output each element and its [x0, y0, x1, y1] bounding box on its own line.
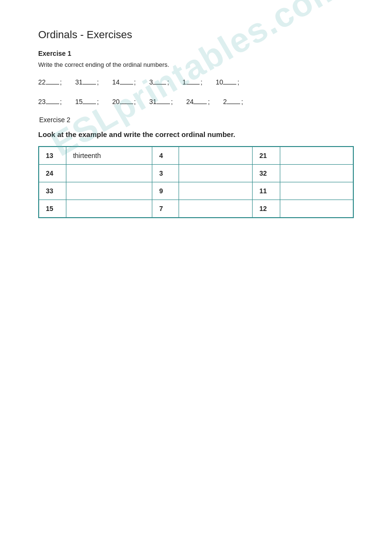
- num-cell: 24: [39, 165, 66, 182]
- ordinal-number: 31: [75, 78, 83, 86]
- answer-cell[interactable]: [66, 200, 152, 218]
- ordinal-blank[interactable]: [193, 96, 207, 104]
- ordinal-item: 31;: [75, 77, 98, 86]
- ordinal-blank[interactable]: [120, 77, 133, 84]
- ordinal-item: 20;: [112, 96, 136, 105]
- ordinal-number: 10: [216, 78, 223, 86]
- num-cell: 13: [39, 147, 66, 165]
- ordinal-blank[interactable]: [120, 96, 133, 104]
- ordinal-number: 22: [38, 78, 46, 86]
- exercise1-label: Exercise 1: [38, 50, 354, 57]
- ordinal-item: 3;: [149, 77, 169, 86]
- num-cell: 7: [152, 200, 179, 218]
- num-cell: 33: [39, 182, 66, 200]
- num-cell: 9: [152, 182, 179, 200]
- ordinals-row-2: 23; 15; 20; 31; 24; 2;: [38, 96, 354, 105]
- answer-cell[interactable]: [66, 165, 152, 182]
- table-row: 13 thirteenth 4 21: [39, 147, 353, 165]
- answer-cell[interactable]: [179, 147, 253, 165]
- num-cell: 3: [152, 165, 179, 182]
- answer-cell[interactable]: [179, 200, 253, 218]
- num-cell: 15: [39, 200, 66, 218]
- ordinal-blank[interactable]: [186, 77, 200, 84]
- exercise2-label: Exercise 2: [38, 116, 354, 124]
- ordinal-item: 14;: [112, 77, 136, 86]
- ordinal-item: 24;: [186, 96, 210, 105]
- exercise1-instruction: Write the correct ending of the ordinal …: [38, 61, 354, 68]
- ordinal-item: 23;: [38, 96, 62, 105]
- answer-cell[interactable]: [280, 147, 353, 165]
- answer-cell[interactable]: [179, 182, 253, 200]
- ordinal-blank[interactable]: [227, 96, 240, 104]
- num-cell: 21: [253, 147, 280, 165]
- ordinal-blank[interactable]: [46, 77, 59, 84]
- table-row: 33 9 11: [39, 182, 353, 200]
- table-row: 15 7 12: [39, 200, 353, 218]
- ordinal-number: 2: [223, 98, 227, 105]
- ordinal-blank[interactable]: [83, 96, 96, 104]
- num-cell: 12: [253, 200, 280, 218]
- ordinal-number: 15: [75, 98, 83, 105]
- ordinal-blank[interactable]: [157, 96, 170, 104]
- ordinal-blank[interactable]: [153, 77, 166, 84]
- ordinal-number: 23: [38, 98, 46, 105]
- ordinal-number: 24: [186, 98, 194, 105]
- ordinal-item: 1;: [182, 77, 202, 86]
- page-title: Ordinals - Exercises: [38, 29, 354, 41]
- ordinal-blank[interactable]: [223, 77, 236, 84]
- num-cell: 4: [152, 147, 179, 165]
- answer-cell[interactable]: [280, 200, 353, 218]
- answer-cell[interactable]: [66, 182, 152, 200]
- ordinal-item: 22;: [38, 77, 62, 86]
- ordinal-number: 14: [112, 78, 120, 86]
- num-cell: 11: [253, 182, 280, 200]
- ordinals-table: 13 thirteenth 4 21 24 3 32 33 9: [38, 146, 354, 218]
- ordinal-number: 3: [149, 78, 153, 86]
- ordinal-number: 1: [182, 78, 186, 86]
- ordinals-row-1: 22; 31; 14; 3; 1; 10;: [38, 77, 354, 86]
- ordinal-item: 15;: [75, 96, 98, 105]
- ordinal-item: 10;: [216, 77, 239, 86]
- table-row: 24 3 32: [39, 165, 353, 182]
- ordinal-number: 20: [112, 98, 120, 105]
- ordinal-item: 2;: [223, 96, 243, 105]
- answer-cell[interactable]: [179, 165, 253, 182]
- ordinal-item: 31;: [149, 96, 172, 105]
- ordinal-blank[interactable]: [83, 77, 96, 84]
- exercise2-instruction: Look at the example and write the correc…: [38, 130, 354, 138]
- ordinal-number: 31: [149, 98, 157, 105]
- answer-cell[interactable]: [280, 182, 353, 200]
- ordinal-blank[interactable]: [46, 96, 59, 104]
- word-cell: thirteenth: [66, 147, 152, 165]
- answer-cell[interactable]: [280, 165, 353, 182]
- num-cell: 32: [253, 165, 280, 182]
